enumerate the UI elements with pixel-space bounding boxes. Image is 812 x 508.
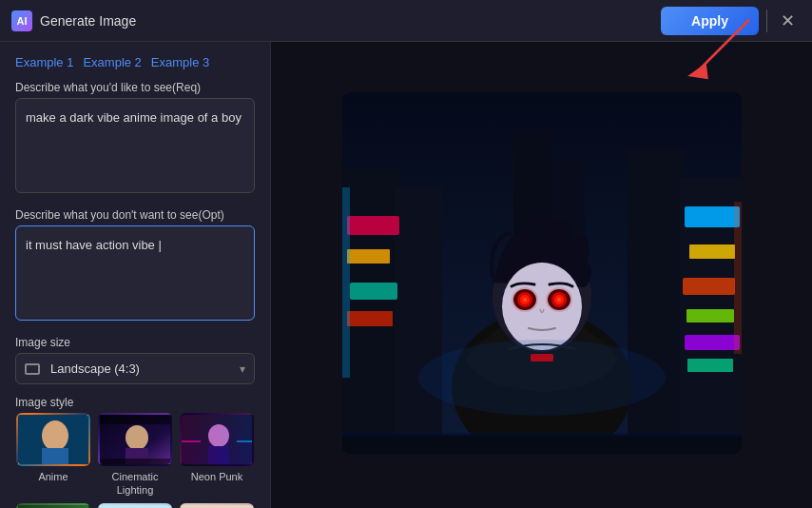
svg-rect-22 <box>100 505 172 508</box>
svg-rect-3 <box>18 415 90 443</box>
svg-rect-4 <box>18 434 90 443</box>
svg-rect-19 <box>18 505 90 508</box>
svg-rect-49 <box>683 278 735 295</box>
svg-rect-13 <box>100 459 172 466</box>
ai-logo: AI <box>11 10 32 31</box>
style-thumb-cinematic <box>98 413 172 466</box>
svg-point-5 <box>43 421 68 450</box>
optional-textarea[interactable]: it must have action vibe | <box>15 225 255 321</box>
svg-rect-38 <box>395 187 442 454</box>
close-button[interactable]: ✕ <box>775 9 801 33</box>
style-thumb-neonpunk <box>180 413 254 466</box>
style-item-cat1[interactable] <box>97 503 173 508</box>
style-item-cat2[interactable] <box>179 503 255 508</box>
titlebar-right: Apply ✕ <box>661 7 801 35</box>
svg-rect-69 <box>342 433 742 437</box>
svg-rect-14 <box>182 415 254 466</box>
svg-point-10 <box>126 425 148 450</box>
style-thumb-nature <box>16 503 90 508</box>
style-label-neonpunk: Neon Punk <box>191 470 242 483</box>
svg-rect-29 <box>182 505 254 508</box>
svg-rect-6 <box>43 449 68 466</box>
landscape-icon <box>25 363 40 375</box>
style-item-neonpunk[interactable]: Neon Punk <box>179 413 255 498</box>
svg-point-67 <box>418 340 666 416</box>
style-label-cinematic: Cinematic Lighting <box>97 470 173 498</box>
style-item-nature[interactable] <box>15 503 91 508</box>
style-item-cinematic[interactable]: Cinematic Lighting <box>97 413 173 498</box>
svg-rect-43 <box>347 216 399 235</box>
svg-rect-39 <box>628 149 685 454</box>
example-tab-1[interactable]: Example 1 <box>15 55 73 69</box>
generated-image <box>342 92 742 458</box>
style-thumb-anime <box>16 413 90 466</box>
style-thumb-cat2 <box>180 503 254 508</box>
svg-rect-50 <box>686 309 734 322</box>
right-panel <box>271 42 812 508</box>
style-item-anime[interactable]: Anime <box>15 413 91 498</box>
svg-point-65 <box>546 287 572 312</box>
svg-point-60 <box>512 287 538 312</box>
optional-section: Describe what you don't want to see(Opt)… <box>15 208 255 324</box>
size-select[interactable]: Landscape (4:3) Portrait (3:4) Square (1… <box>15 353 255 384</box>
svg-rect-70 <box>342 187 350 378</box>
svg-rect-44 <box>347 249 390 264</box>
required-label: Describe what you'd like to see(Req) <box>15 81 255 94</box>
svg-rect-45 <box>350 283 397 300</box>
example-tab-3[interactable]: Example 3 <box>151 55 209 69</box>
svg-rect-2 <box>18 415 90 466</box>
size-select-wrapper: Landscape (4:3) Portrait (3:4) Square (1… <box>15 353 255 384</box>
divider <box>766 10 767 32</box>
size-section: Image size Landscape (4:3) Portrait (3:4… <box>15 336 255 384</box>
titlebar-left: AI Generate Image <box>11 10 136 31</box>
example-tab-2[interactable]: Example 2 <box>83 55 141 69</box>
svg-rect-46 <box>347 311 393 326</box>
example-tabs: Example 1 Example 2 Example 3 <box>15 55 255 69</box>
style-label: Image style <box>15 396 255 409</box>
required-section: Describe what you'd like to see(Req) mak… <box>15 81 255 197</box>
style-thumb-cat1 <box>98 503 172 508</box>
svg-rect-51 <box>685 335 740 350</box>
size-label: Image size <box>15 336 255 349</box>
required-textarea[interactable]: make a dark vibe anime image of a boy <box>15 98 255 193</box>
main-content: Example 1 Example 2 Example 3 Describe w… <box>0 42 812 508</box>
titlebar: AI Generate Image Apply ✕ <box>0 0 812 42</box>
svg-rect-12 <box>100 415 172 424</box>
optional-label: Describe what you don't want to see(Opt) <box>15 208 255 222</box>
svg-rect-47 <box>685 206 740 227</box>
style-grid: Anime <box>15 413 255 508</box>
svg-point-7 <box>48 431 53 438</box>
svg-point-8 <box>57 431 63 438</box>
style-section: Image style <box>15 396 255 508</box>
svg-rect-68 <box>342 435 742 454</box>
svg-rect-71 <box>734 202 742 354</box>
svg-point-15 <box>208 424 229 447</box>
svg-rect-48 <box>689 244 735 259</box>
svg-rect-52 <box>687 359 733 372</box>
left-panel: Example 1 Example 2 Example 3 Describe w… <box>0 42 271 508</box>
svg-rect-16 <box>208 446 229 466</box>
style-label-anime: Anime <box>38 470 68 483</box>
window-title: Generate Image <box>40 13 136 29</box>
apply-button[interactable]: Apply <box>661 7 759 35</box>
